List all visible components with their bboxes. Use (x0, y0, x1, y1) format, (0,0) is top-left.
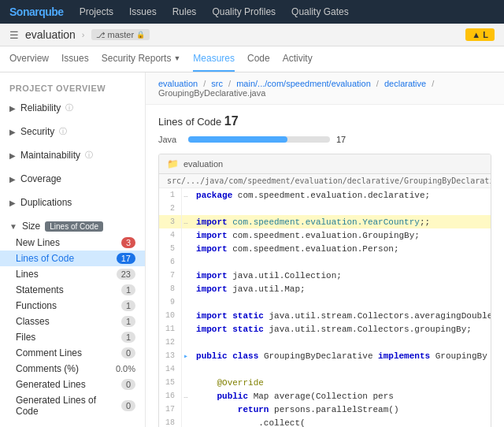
nav-activity[interactable]: Activity (283, 46, 313, 72)
comments-pct-value: 0.0% (116, 364, 135, 373)
folder-icon: 📁 (167, 158, 179, 169)
table-row: 5import com.speedment.evaluation.Person; (159, 242, 491, 255)
line-number: 5 (159, 242, 182, 255)
sidebar-item-statements[interactable]: Statements 1 (0, 282, 145, 298)
info-icon: ⓘ (59, 126, 67, 137)
table-row: 15 @Override (159, 376, 491, 389)
logo-qube: qube (39, 6, 63, 18)
new-lines-badge: 3 (121, 237, 135, 248)
lines-label: Lines (16, 269, 39, 280)
branch-lock-icon: 🔒 (136, 31, 145, 39)
sidebar-item-size[interactable]: ▼ Size Lines of Code (0, 217, 145, 235)
sidebar-item-coverage[interactable]: ▶ Coverage (0, 170, 145, 188)
sidebar-item-lines-of-code[interactable]: Lines of Code 17 (0, 251, 145, 266)
line-number: 1 (159, 188, 182, 202)
table-row: 13▸public class GroupingByDeclarative im… (159, 349, 491, 362)
branch-badge: ⎇ master 🔒 (91, 29, 150, 40)
line-marker (182, 322, 191, 336)
sidebar-item-lines[interactable]: Lines 23 (0, 266, 145, 282)
sidebar-item-files[interactable]: Files 1 (0, 329, 145, 345)
line-code: package com.speedment.evaluation.declara… (190, 188, 491, 202)
chevron-right-icon: ▶ (9, 151, 16, 160)
sidebar-item-generated-loc[interactable]: Generated Lines of Code 0 (0, 392, 145, 419)
breadcrumb-declarative[interactable]: declarative (384, 79, 426, 88)
nav-issues[interactable]: Issues (61, 46, 89, 72)
sidebar-item-classes[interactable]: Classes 1 (0, 314, 145, 329)
coverage-section: ▶ Coverage (0, 167, 145, 191)
line-marker (182, 282, 191, 295)
line-marker (182, 269, 191, 282)
chevron-right-icon: ▶ (9, 175, 16, 184)
sidebar-item-security[interactable]: ▶ Security ⓘ (0, 123, 145, 140)
sidebar-item-functions[interactable]: Functions 1 (0, 298, 145, 314)
line-marker (182, 403, 191, 416)
nav-issues[interactable]: Issues (129, 6, 157, 17)
breadcrumb-src[interactable]: src (211, 79, 223, 88)
sidebar: Project Overview ▶ Reliability ⓘ ▶ Secur… (0, 72, 146, 427)
nav-projects[interactable]: Projects (80, 6, 113, 17)
branch-name: master (108, 30, 135, 39)
line-marker: … (182, 389, 191, 403)
sidebar-item-reliability[interactable]: ▶ Reliability ⓘ (0, 99, 145, 117)
nav-measures[interactable]: Measures (193, 46, 235, 72)
security-label: Security (20, 126, 54, 137)
breadcrumb-sep: / (203, 79, 206, 88)
nav-security-reports[interactable]: Security Reports▼ (102, 46, 181, 72)
sidebar-item-generated-lines[interactable]: Generated Lines 0 (0, 377, 145, 392)
line-number: 16 (159, 389, 182, 403)
line-marker: ▸ (182, 349, 191, 362)
functions-label: Functions (16, 300, 57, 311)
sidebar-item-comments-pct[interactable]: Comments (%) 0.0% (0, 361, 145, 377)
duplications-label: Duplications (20, 197, 72, 208)
line-code (190, 202, 491, 215)
line-number: 7 (159, 269, 182, 282)
line-number: 17 (159, 403, 182, 416)
nav-quality-gates[interactable]: Quality Gates (291, 6, 349, 17)
metric-value: 17 (224, 114, 239, 128)
comment-lines-badge: 0 (121, 347, 135, 358)
table-row: 4import com.speedment.evaluation.Groupin… (159, 228, 491, 242)
sidebar-item-new-lines[interactable]: New Lines 3 (0, 235, 145, 251)
line-code (190, 255, 491, 269)
nav-rules[interactable]: Rules (172, 6, 197, 17)
line-code: public Map average(Collection pers (190, 389, 491, 403)
line-number: 13 (159, 349, 182, 362)
line-marker (182, 228, 191, 242)
lines-badge: 23 (117, 269, 135, 280)
logo-sonar: Sonar (9, 6, 39, 18)
line-code: import com.speedment.evaluation.YearCoun… (190, 215, 491, 228)
metric-bar-track (188, 136, 330, 143)
generated-lines-badge: 0 (121, 379, 135, 390)
metric-bar-fill (188, 136, 287, 143)
nav-overview[interactable]: Overview (9, 46, 49, 72)
sidebar-item-maintainability[interactable]: ▶ Maintainability ⓘ (0, 147, 145, 164)
maintainability-section: ▶ Maintainability ⓘ (0, 143, 145, 167)
breadcrumb-evaluation[interactable]: evaluation (158, 79, 198, 88)
size-loc-badge: Lines of Code (45, 221, 103, 232)
line-number: 18 (159, 416, 182, 427)
metric-title: Lines of Code 17 (158, 114, 491, 128)
line-code: return persons.parallelStream() (190, 403, 491, 416)
folder-icon: ☰ (9, 29, 19, 41)
line-number: 15 (159, 376, 182, 389)
info-icon: ⓘ (65, 102, 73, 113)
breadcrumb-main[interactable]: main/.../com/speedment/evaluation (236, 79, 371, 88)
table-row: 14 (159, 362, 491, 376)
comments-pct-label: Comments (%) (16, 363, 79, 374)
table-row: 18 .collect( (159, 416, 491, 427)
reliability-section: ▶ Reliability ⓘ (0, 96, 145, 120)
table-row: 10import static java.util.stream.Collect… (159, 309, 491, 322)
security-section: ▶ Security ⓘ (0, 120, 145, 143)
size-label: Size (22, 221, 40, 232)
size-section: ▼ Size Lines of Code New Lines 3 Lines o… (0, 214, 145, 422)
line-number: 6 (159, 255, 182, 269)
nav-quality-profiles[interactable]: Quality Profiles (212, 6, 276, 17)
line-code: import static java.util.stream.Collector… (190, 309, 491, 322)
sidebar-item-duplications[interactable]: ▶ Duplications (0, 194, 145, 211)
classes-label: Classes (16, 316, 50, 327)
nav-code[interactable]: Code (247, 46, 270, 72)
sidebar-item-comment-lines[interactable]: Comment Lines 0 (0, 345, 145, 361)
line-marker (182, 295, 191, 309)
reliability-label: Reliability (20, 102, 61, 113)
table-row: 17 return persons.parallelStream() (159, 403, 491, 416)
